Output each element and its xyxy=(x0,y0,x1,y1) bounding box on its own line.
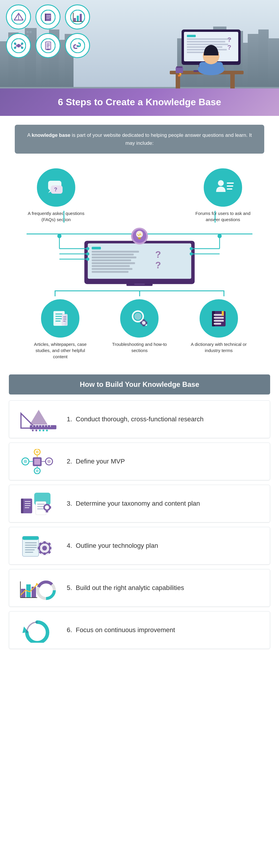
how-to-build-header: How to Build Your Knowledge Base xyxy=(9,374,270,395)
step-6-icon xyxy=(17,617,58,643)
svg-point-95 xyxy=(218,180,224,186)
svg-rect-227 xyxy=(21,589,25,598)
svg-rect-108 xyxy=(92,262,135,264)
network-icon xyxy=(6,33,31,58)
svg-point-117 xyxy=(86,247,89,250)
dictionary-circle xyxy=(200,299,238,338)
svg-rect-178 xyxy=(34,459,40,465)
svg-rect-105 xyxy=(92,254,134,256)
definition-text-start: A xyxy=(27,132,32,138)
faq-component: ? A frequently asked questions (FAQs) se… xyxy=(27,168,86,223)
step-5-text: 5. Build out the right analytic capabili… xyxy=(67,584,184,592)
svg-rect-159 xyxy=(214,320,224,322)
title-banner: 6 Steps to Create a Knowledge Base xyxy=(0,88,279,116)
forums-component: Forums for users to ask and answer quest… xyxy=(193,168,252,223)
step-3-icon xyxy=(17,490,58,517)
svg-text:?: ? xyxy=(155,260,161,270)
ruler-icon xyxy=(6,4,31,30)
svg-point-124 xyxy=(190,247,193,250)
step-4: 4. Outline your technology plan xyxy=(9,527,270,565)
svg-point-125 xyxy=(190,252,193,256)
step-4-text: 4. Outline your technology plan xyxy=(67,542,158,550)
how-to-build-section: How to Build Your Knowledge Base xyxy=(0,371,279,655)
svg-rect-63 xyxy=(230,74,235,88)
svg-text:?: ? xyxy=(155,249,161,260)
definition-bold: knowledge base xyxy=(32,132,70,138)
troubleshooting-component: Troubleshooting and how-to sections xyxy=(110,299,169,360)
svg-rect-163 xyxy=(30,425,56,429)
hero-icons xyxy=(6,4,91,58)
articles-component: Articles, whitepapers, case studies, and… xyxy=(31,299,90,360)
svg-rect-111 xyxy=(92,271,129,273)
step-1: 1. Conduct thorough, cross-functional re… xyxy=(9,400,270,438)
svg-point-180 xyxy=(24,460,27,463)
svg-rect-58 xyxy=(46,49,50,50)
step-1-text: 1. Conduct thorough, cross-functional re… xyxy=(67,415,204,423)
svg-rect-222 xyxy=(49,547,51,549)
svg-rect-152 xyxy=(140,322,141,324)
svg-rect-68 xyxy=(187,35,196,37)
svg-rect-206 xyxy=(46,511,48,513)
troubleshooting-circle xyxy=(120,299,159,338)
book-icon xyxy=(35,4,60,30)
main-heading: 6 Steps to Create a Knowledge Base xyxy=(6,97,273,107)
svg-rect-202 xyxy=(37,508,44,509)
svg-rect-158 xyxy=(214,317,224,319)
step-3: 3. Determine your taxonomy and content p… xyxy=(9,485,270,522)
svg-point-235 xyxy=(41,586,51,595)
svg-rect-69 xyxy=(187,38,231,40)
svg-rect-200 xyxy=(37,503,45,505)
chart-icon xyxy=(65,4,90,30)
svg-text:?: ? xyxy=(227,36,231,43)
step-1-icon xyxy=(17,406,58,433)
person-computer-illustration: ? ? 💡 xyxy=(161,12,249,88)
svg-text:?: ? xyxy=(54,187,57,192)
svg-point-146 xyxy=(134,313,141,320)
svg-rect-86 xyxy=(176,67,183,73)
svg-point-186 xyxy=(36,469,39,472)
svg-rect-160 xyxy=(214,323,221,324)
svg-rect-103 xyxy=(92,247,101,249)
svg-rect-87 xyxy=(176,66,183,68)
dictionary-component: A dictionary with technical or industry … xyxy=(189,299,248,360)
faq-label: A frequently asked questions (FAQs) sect… xyxy=(27,210,86,223)
step-4-icon xyxy=(17,532,58,559)
steps-list: 1. Conduct thorough, cross-functional re… xyxy=(9,400,270,649)
svg-rect-132 xyxy=(138,237,141,239)
svg-rect-201 xyxy=(37,506,44,507)
svg-rect-140 xyxy=(62,314,67,326)
svg-rect-70 xyxy=(187,41,225,42)
dictionary-label: A dictionary with technical or industry … xyxy=(189,341,248,353)
svg-rect-150 xyxy=(143,319,145,320)
hero-section: ? ? 💡 xyxy=(0,0,279,88)
svg-point-174 xyxy=(39,430,41,431)
svg-rect-116 xyxy=(134,284,145,285)
svg-rect-39 xyxy=(77,16,79,22)
svg-rect-33 xyxy=(45,13,46,21)
svg-rect-19 xyxy=(258,30,269,88)
svg-rect-151 xyxy=(143,325,145,327)
svg-point-118 xyxy=(86,252,89,256)
svg-rect-207 xyxy=(44,506,45,508)
kb-components-section: ? A frequently asked questions (FAQs) se… xyxy=(0,162,279,371)
articles-label: Articles, whitepapers, case studies, and… xyxy=(31,341,90,360)
svg-point-175 xyxy=(43,430,44,431)
chain-link-icon xyxy=(65,33,90,58)
svg-rect-40 xyxy=(80,14,82,22)
svg-point-218 xyxy=(42,546,47,551)
svg-rect-109 xyxy=(92,266,130,267)
articles-circle xyxy=(41,299,79,338)
forums-label: Forums for users to ask and answer quest… xyxy=(193,210,252,223)
svg-point-149 xyxy=(142,321,145,324)
svg-point-44 xyxy=(17,44,20,48)
svg-point-182 xyxy=(36,451,39,454)
svg-rect-62 xyxy=(176,74,180,88)
svg-point-204 xyxy=(45,505,49,509)
faq-circle: ? xyxy=(37,168,75,207)
svg-point-119 xyxy=(86,258,89,261)
document-icon xyxy=(35,33,60,58)
step-5: 5. Build out the right analytic capabili… xyxy=(9,569,270,607)
svg-rect-72 xyxy=(187,46,222,48)
forums-circle xyxy=(204,168,242,207)
svg-rect-104 xyxy=(92,251,139,253)
